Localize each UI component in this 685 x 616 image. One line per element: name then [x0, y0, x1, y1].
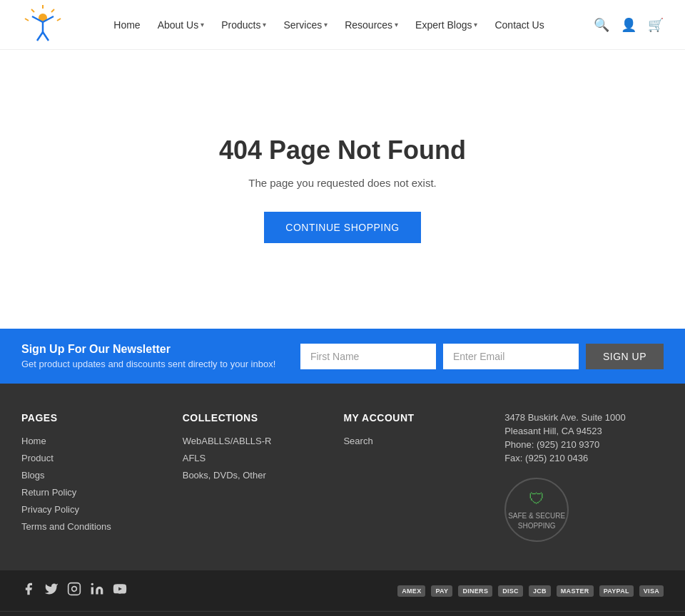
list-item[interactable]: Return Policy	[21, 486, 154, 498]
header: Home About Us ▾ Products ▾ Services ▾ Re…	[0, 0, 685, 50]
chevron-down-icon: ▾	[395, 21, 398, 29]
discover-badge: DISC	[498, 585, 523, 597]
newsletter-heading: Sign Up For Our Newsletter	[21, 343, 275, 356]
mastercard-badge: MASTER	[557, 585, 594, 597]
safe-badge: 🛡 SAFE & SECURESHOPPING	[504, 478, 569, 542]
twitter-icon[interactable]	[44, 582, 59, 600]
nav-contact[interactable]: Contact Us	[494, 19, 544, 31]
footer-copyright: © 2018, Partington Behavior Analysts .	[0, 611, 685, 616]
jcb-badge: JCB	[529, 585, 551, 597]
email-input[interactable]	[443, 344, 579, 369]
newsletter-form: SIGN UP	[290, 344, 664, 369]
nav-services[interactable]: Services ▾	[283, 19, 328, 31]
payment-icons: AMEX PAY DINERS DISC JCB MASTER PAYPAL V…	[397, 585, 664, 597]
svg-point-13	[91, 583, 93, 585]
cart-icon[interactable]: 🛒	[648, 17, 664, 33]
svg-line-2	[57, 19, 61, 21]
signup-button[interactable]: SIGN UP	[586, 344, 664, 369]
svg-line-1	[51, 9, 54, 12]
list-item[interactable]: AFLS	[183, 452, 315, 463]
chevron-down-icon: ▾	[474, 21, 477, 29]
phone-info: Phone: (925) 210 9370	[504, 439, 664, 450]
shield-icon: 🛡	[529, 488, 544, 510]
myaccount-heading: MY ACCOUNT	[343, 412, 476, 423]
myaccount-list: Search	[343, 435, 476, 446]
safe-badge-text: SAFE & SECURESHOPPING	[508, 511, 565, 531]
address-line1: 3478 Buskirk Ave. Suite 1000	[504, 412, 664, 423]
header-icons: 🔍 👤 🛒	[594, 17, 664, 33]
safe-badge-circle: 🛡 SAFE & SECURESHOPPING	[504, 478, 569, 542]
nav-resources[interactable]: Resources ▾	[345, 19, 398, 31]
svg-line-3	[31, 9, 34, 12]
list-item[interactable]: Privacy Policy	[21, 503, 154, 515]
facebook-icon[interactable]	[21, 582, 36, 600]
phone-label: Phone:	[504, 439, 534, 450]
footer-main: PAGES Home Product Blogs Return Policy P…	[0, 384, 685, 570]
chevron-down-icon: ▾	[263, 21, 266, 29]
svg-line-4	[25, 19, 29, 21]
nav-about[interactable]: About Us ▾	[158, 19, 205, 31]
svg-line-9	[37, 32, 43, 41]
chevron-down-icon: ▾	[324, 21, 328, 29]
svg-rect-11	[68, 583, 81, 595]
social-icons	[21, 582, 127, 600]
svg-line-10	[43, 32, 49, 41]
error-title: 404 Page Not Found	[219, 135, 466, 165]
nav-home[interactable]: Home	[113, 19, 140, 31]
list-item[interactable]: Home	[21, 435, 154, 446]
pages-heading: PAGES	[21, 412, 154, 423]
newsletter-subtext: Get product updates and discounts sent d…	[21, 359, 275, 369]
fax-number[interactable]: (925) 210 0436	[525, 453, 588, 463]
pages-list: Home Product Blogs Return Policy Privacy…	[21, 435, 154, 532]
nav-expert-blogs[interactable]: Expert Blogs ▾	[415, 19, 477, 31]
continue-shopping-button[interactable]: CONTINUE SHOPPING	[264, 212, 420, 243]
youtube-icon[interactable]	[113, 582, 127, 600]
phone-number[interactable]: (925) 210 9370	[537, 439, 599, 450]
collections-list: WebABLLS/ABLLS-R AFLS Books, DVDs, Other	[183, 435, 315, 481]
collections-heading: COLLECTIONS	[183, 412, 315, 423]
list-item[interactable]: Blogs	[21, 469, 154, 481]
account-icon[interactable]: 👤	[621, 17, 636, 33]
list-item[interactable]: Search	[343, 435, 476, 446]
footer-collections-col: COLLECTIONS WebABLLS/ABLLS-R AFLS Books,…	[183, 412, 315, 542]
search-icon[interactable]: 🔍	[594, 17, 609, 33]
linkedin-icon[interactable]	[90, 582, 104, 600]
list-item[interactable]: Product	[21, 452, 154, 463]
footer: Sign Up For Our Newsletter Get product u…	[0, 329, 685, 616]
logo-area[interactable]	[21, 5, 64, 44]
amex-badge: AMEX	[397, 585, 425, 597]
instagram-icon[interactable]	[67, 582, 81, 600]
footer-contact-col: 3478 Buskirk Ave. Suite 1000 Pleasant Hi…	[504, 412, 664, 542]
nav-products[interactable]: Products ▾	[221, 19, 266, 31]
diners-badge: DINERS	[458, 585, 492, 597]
fax-label: Fax:	[504, 453, 522, 463]
paypal-badge: PAYPAL	[599, 585, 634, 597]
main-content: 404 Page Not Found The page you requeste…	[0, 50, 685, 329]
fax-info: Fax: (925) 210 0436	[504, 453, 664, 463]
list-item[interactable]: Books, DVDs, Other	[183, 469, 315, 481]
footer-bottom: AMEX PAY DINERS DISC JCB MASTER PAYPAL V…	[0, 570, 685, 611]
main-nav: Home About Us ▾ Products ▾ Services ▾ Re…	[113, 19, 544, 31]
error-subtitle: The page you requested does not exist.	[248, 177, 437, 189]
footer-pages-col: PAGES Home Product Blogs Return Policy P…	[21, 412, 154, 542]
list-item[interactable]: Terms and Conditions	[21, 520, 154, 532]
chevron-down-icon: ▾	[201, 21, 204, 29]
visa-badge: VISA	[639, 585, 664, 597]
logo-image	[21, 5, 64, 44]
newsletter-text: Sign Up For Our Newsletter Get product u…	[21, 343, 275, 369]
footer-myaccount-col: MY ACCOUNT Search	[343, 412, 476, 542]
address-line2: Pleasant Hill, CA 94523	[504, 426, 664, 436]
newsletter-bar: Sign Up For Our Newsletter Get product u…	[0, 329, 685, 384]
first-name-input[interactable]	[300, 344, 436, 369]
apple-pay-badge: PAY	[431, 585, 452, 597]
list-item[interactable]: WebABLLS/ABLLS-R	[183, 435, 315, 446]
